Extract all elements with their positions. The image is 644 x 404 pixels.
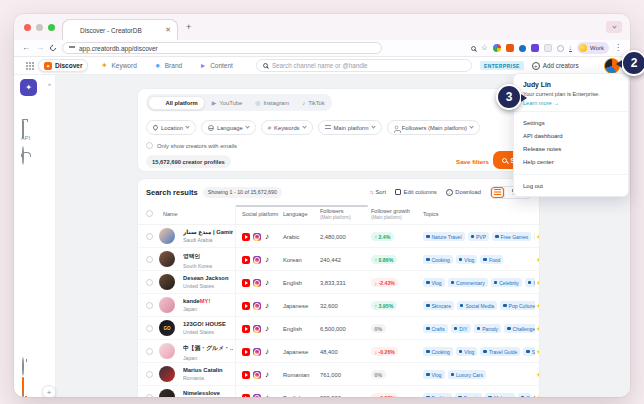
- apps-grid-icon[interactable]: [26, 62, 28, 64]
- topic-tag[interactable]: Commentary: [448, 278, 488, 287]
- topic-tag[interactable]: PVP: [468, 232, 490, 241]
- topic-tag[interactable]: Fashion: [423, 393, 452, 397]
- topic-tag-truncated[interactable]: Co: [518, 393, 531, 397]
- table-row[interactable]: 영택인South Korea♪Korean240,442↑ 0.86%Cooki…: [138, 248, 539, 271]
- add-creators-button[interactable]: + Add creators: [532, 62, 579, 70]
- creator-name-cell[interactable]: Marius CatalinRomania: [183, 367, 233, 381]
- row-checkbox[interactable]: [146, 256, 153, 263]
- platform-tab-youtube[interactable]: ▶YouTube: [206, 96, 248, 110]
- select-all-checkbox[interactable]: [146, 210, 153, 217]
- topic-tag[interactable]: Vlog: [423, 278, 445, 287]
- sidebar-item-discover[interactable]: ✦: [20, 79, 37, 96]
- column-growth[interactable]: Follower growth(Main platform): [371, 208, 410, 220]
- topic-tag[interactable]: Luxury Cars: [448, 370, 486, 379]
- topic-tag[interactable]: Challenges: [504, 324, 535, 333]
- window-minimize-button[interactable]: [36, 24, 43, 31]
- browser-menu-icon[interactable]: ⋮: [614, 44, 622, 52]
- row-checkbox[interactable]: [146, 371, 153, 378]
- sidebar-item-community[interactable]: [22, 147, 24, 165]
- window-close-button[interactable]: [24, 24, 31, 31]
- filter-dropdown-keywords[interactable]: #Keywords: [261, 120, 313, 135]
- topic-tag[interactable]: Social Media: [457, 301, 497, 310]
- browser-profile-chip[interactable]: Work: [577, 42, 609, 54]
- tiktok-icon[interactable]: ♪: [263, 325, 271, 333]
- sidebar-item-language[interactable]: [22, 393, 24, 397]
- site-settings-icon[interactable]: [69, 46, 75, 51]
- extension-icon[interactable]: [493, 44, 501, 52]
- table-row[interactable]: kandeMY!Japan♪Japanese32,600↑ 3.95%Skinc…: [138, 294, 539, 317]
- topic-tag[interactable]: Food: [480, 255, 503, 264]
- topic-tag[interactable]: Beauty: [455, 393, 482, 397]
- topic-tag[interactable]: Travel Guide: [480, 347, 520, 356]
- channel-search-input[interactable]: [272, 62, 465, 69]
- topic-tag[interactable]: Vlog: [456, 347, 478, 356]
- instagram-icon[interactable]: [253, 348, 261, 356]
- youtube-icon[interactable]: [242, 371, 250, 379]
- table-row[interactable]: Desean JacksonUnited States♪English3,833…: [138, 271, 539, 294]
- topic-tag[interactable]: Nature Travel: [423, 232, 465, 241]
- table-row[interactable]: NimelessloveUnited States♪English829,000…: [138, 386, 539, 397]
- tab-search-button[interactable]: [606, 21, 622, 33]
- learn-more-link[interactable]: Learn more→: [514, 100, 628, 106]
- sidebar-expand-icon[interactable]: »: [48, 81, 51, 87]
- filter-dropdown-main-platform[interactable]: Main platform: [318, 120, 382, 135]
- extension-icon[interactable]: [531, 44, 539, 52]
- nav-tab-keyword[interactable]: ✦Keyword: [95, 59, 141, 72]
- row-checkbox[interactable]: [146, 233, 153, 240]
- instagram-icon[interactable]: [253, 371, 261, 379]
- topic-tag[interactable]: Vlog: [456, 255, 478, 264]
- topic-tag[interactable]: Cooking: [423, 255, 453, 264]
- instagram-icon[interactable]: [253, 279, 261, 287]
- address-bar[interactable]: app.creatordb.app/discover: [62, 42, 382, 54]
- instagram-icon[interactable]: [253, 233, 261, 241]
- window-maximize-button[interactable]: [48, 24, 55, 31]
- topic-tag[interactable]: Celebrity: [491, 278, 522, 287]
- filter-dropdown-followers-main-platform-[interactable]: Followers (Main platform): [387, 120, 480, 135]
- browser-tab[interactable]: Discover - CreatorDB ✕: [62, 19, 178, 40]
- topic-tag[interactable]: Makeup: [485, 393, 514, 397]
- row-checkbox[interactable]: [146, 348, 153, 355]
- row-checkbox[interactable]: [146, 302, 153, 309]
- creator-name-cell[interactable]: 영택인South Korea: [183, 252, 233, 269]
- topic-tag-truncated[interactable]: E: [534, 232, 535, 241]
- creator-name-cell[interactable]: Desean JacksonUnited States: [183, 275, 233, 289]
- column-topics[interactable]: Topics: [423, 211, 439, 217]
- forward-button[interactable]: →: [36, 44, 44, 52]
- platform-tab-all-platform[interactable]: All platform: [148, 96, 205, 110]
- instagram-icon[interactable]: [253, 256, 261, 264]
- column-language[interactable]: Language: [283, 211, 307, 217]
- topic-tag[interactable]: Vlog: [423, 370, 445, 379]
- tiktok-icon[interactable]: ♪: [263, 371, 271, 379]
- youtube-icon[interactable]: [242, 394, 250, 398]
- topic-tag[interactable]: DIY: [451, 324, 471, 333]
- tiktok-icon[interactable]: ♪: [263, 233, 271, 241]
- extension-icon[interactable]: [519, 45, 526, 52]
- channel-search-bar[interactable]: [256, 59, 472, 72]
- platform-tab-instagram[interactable]: ◎Instagram: [249, 96, 295, 110]
- tab-close-icon[interactable]: ✕: [165, 26, 171, 34]
- tiktok-icon[interactable]: ♪: [263, 302, 271, 310]
- youtube-icon[interactable]: [242, 279, 250, 287]
- table-row[interactable]: مبدع ستار | Gaming…Saudi Arabia♪Arabic2,…: [138, 225, 539, 248]
- floating-add-button[interactable]: +: [42, 385, 56, 397]
- reload-button[interactable]: [49, 44, 57, 52]
- sidebar-item-api[interactable]: API: [21, 135, 30, 141]
- search-icon[interactable]: [471, 46, 476, 51]
- row-checkbox[interactable]: [146, 394, 153, 397]
- column-social[interactable]: Social platform: [242, 211, 278, 217]
- new-tab-button[interactable]: +: [186, 22, 191, 32]
- youtube-icon[interactable]: [242, 348, 250, 356]
- topic-tag[interactable]: Cooking: [423, 347, 453, 356]
- nav-tab-brand[interactable]: ●Brand: [149, 59, 187, 72]
- menu-item-help-center[interactable]: Help center: [514, 156, 628, 169]
- edit-columns-button[interactable]: Edit columns: [395, 189, 437, 195]
- menu-item-logout[interactable]: Log out: [514, 180, 628, 193]
- back-button[interactable]: ←: [22, 44, 30, 52]
- creator-name-cell[interactable]: مبدع ستار | Gaming…Saudi Arabia: [183, 229, 233, 243]
- menu-item-settings[interactable]: Settings: [514, 117, 628, 130]
- topic-tag-truncated[interactable]: C: [525, 278, 535, 287]
- youtube-icon[interactable]: [242, 256, 250, 264]
- topic-tag[interactable]: Free Games: [492, 232, 531, 241]
- creator-name-cell[interactable]: NimelessloveUnited States: [183, 390, 233, 397]
- creator-name-cell[interactable]: 中【酒・グルメ・…】Japan: [183, 344, 233, 361]
